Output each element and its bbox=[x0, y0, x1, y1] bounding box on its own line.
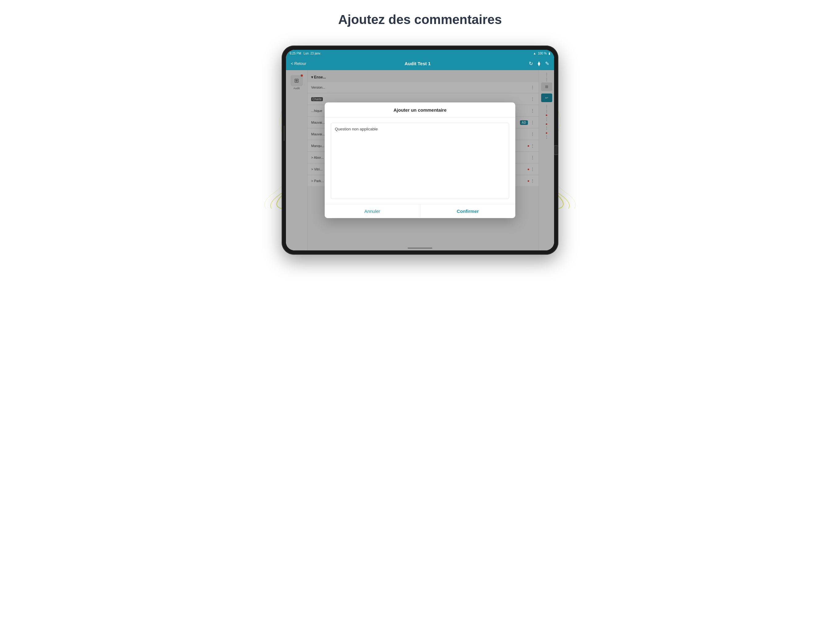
wifi-icon: ▲ bbox=[533, 52, 536, 55]
page-title: Ajoutez des commentaires bbox=[338, 12, 502, 27]
main-content: ⊞ Audit ▾ Ense... Version... ⋮ Charte bbox=[286, 70, 554, 250]
refresh-icon[interactable]: ↻ bbox=[529, 60, 533, 66]
device-screen: 6:25 PM Lun. 23 janv. ▲ 100 % ▮ < Retour… bbox=[286, 50, 554, 250]
battery-icon: ▮ bbox=[548, 52, 550, 55]
device-frame: 6:25 PM Lun. 23 janv. ▲ 100 % ▮ < Retour… bbox=[282, 46, 558, 255]
back-button[interactable]: < Retour bbox=[291, 61, 306, 66]
edit-icon[interactable]: ✎ bbox=[545, 60, 549, 66]
nav-actions: ↻ ⧫ ✎ bbox=[529, 60, 549, 66]
modal-footer: Annuler Confirmer bbox=[325, 204, 515, 218]
modal-overlay: Ajouter un commentaire Question non appl… bbox=[286, 70, 554, 250]
status-bar: 6:25 PM Lun. 23 janv. ▲ 100 % ▮ bbox=[286, 50, 554, 57]
nav-bar: < Retour Audit Test 1 ↻ ⧫ ✎ bbox=[286, 57, 554, 70]
modal-dialog: Ajouter un commentaire Question non appl… bbox=[325, 103, 515, 218]
status-date: Lun. 23 janv. bbox=[303, 52, 321, 55]
modal-header: Ajouter un commentaire bbox=[325, 103, 515, 118]
filter-icon[interactable]: ⧫ bbox=[538, 60, 540, 66]
status-left: 6:25 PM Lun. 23 janv. bbox=[290, 52, 321, 55]
modal-body: Question non applicable bbox=[325, 118, 515, 204]
status-time: 6:25 PM bbox=[290, 52, 301, 55]
modal-textarea[interactable]: Question non applicable bbox=[331, 123, 509, 199]
status-right: ▲ 100 % ▮ bbox=[533, 52, 550, 55]
battery-label: 100 % bbox=[538, 52, 547, 55]
nav-title: Audit Test 1 bbox=[405, 61, 431, 66]
confirm-button[interactable]: Confirmer bbox=[420, 204, 516, 218]
side-button bbox=[284, 125, 285, 141]
cancel-button[interactable]: Annuler bbox=[325, 204, 420, 218]
